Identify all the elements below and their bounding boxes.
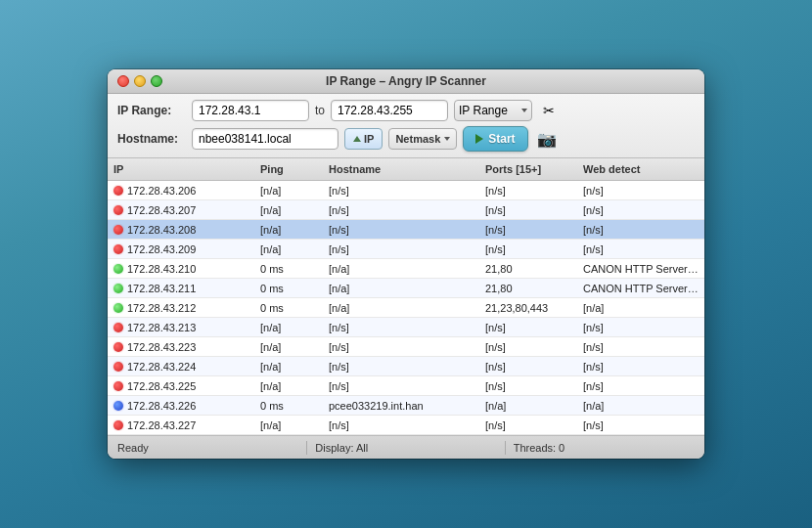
- cell-ports: [n/s]: [479, 185, 577, 197]
- table-row[interactable]: 172.28.43.208 [n/a] [n/s] [n/s] [n/s]: [108, 220, 704, 240]
- cell-web: [n/a]: [577, 302, 704, 314]
- play-icon: [475, 134, 483, 144]
- camera-button[interactable]: 📷: [534, 126, 560, 152]
- netmask-arrow-icon: [444, 137, 450, 141]
- table-row[interactable]: 172.28.43.207 [n/a] [n/s] [n/s] [n/s]: [108, 200, 704, 220]
- ip-from-input[interactable]: [192, 100, 309, 121]
- start-button[interactable]: Start: [463, 126, 527, 152]
- status-dot: [113, 303, 123, 313]
- col-header-ip: IP: [108, 161, 254, 177]
- hostname-label: Hostname:: [117, 132, 186, 146]
- col-header-ports: Ports [15+]: [479, 161, 577, 177]
- cell-ports: [n/s]: [479, 361, 577, 373]
- ip-value: 172.28.43.208: [127, 224, 196, 236]
- dropdown-arrow-icon: [521, 109, 527, 112]
- col-header-ping: Ping: [254, 161, 323, 177]
- table-row[interactable]: 172.28.43.210 0 ms [n/a] 21,80 CANON HTT…: [108, 259, 704, 279]
- status-dot: [113, 225, 123, 235]
- table-row[interactable]: 172.28.43.209 [n/a] [n/s] [n/s] [n/s]: [108, 240, 704, 259]
- table-row[interactable]: 172.28.43.226 0 ms pcee033219.int.han [n…: [108, 396, 704, 416]
- cell-web: CANON HTTP Server Ver2.2: [577, 283, 704, 294]
- cell-web: [n/s]: [577, 224, 704, 236]
- status-divider-1: [306, 441, 307, 455]
- ip-button-label: IP: [364, 133, 374, 145]
- status-dot: [113, 401, 123, 411]
- cell-ip: 172.28.43.207: [108, 204, 254, 216]
- cell-ip: 172.28.43.223: [108, 341, 254, 353]
- cell-ip: 172.28.43.210: [108, 263, 254, 275]
- ip-to-input[interactable]: [331, 100, 448, 121]
- cell-ip: 172.28.43.227: [108, 419, 254, 431]
- table-row[interactable]: 172.28.43.212 0 ms [n/a] 21,23,80,443 [n…: [108, 298, 704, 318]
- cell-ports: 21,80: [479, 263, 577, 275]
- table-header: IP Ping Hostname Ports [15+] Web detect: [108, 158, 704, 181]
- ip-value: 172.28.43.207: [127, 204, 196, 216]
- cell-ip: 172.28.43.209: [108, 243, 254, 255]
- cell-web: [n/s]: [577, 243, 704, 255]
- status-dot: [113, 284, 123, 293]
- ip-value: 172.28.43.206: [127, 185, 196, 197]
- cell-hostname: [n/s]: [323, 419, 479, 431]
- cell-ping: [n/a]: [254, 185, 323, 197]
- maximize-button[interactable]: [151, 75, 162, 87]
- ip-value: 172.28.43.227: [127, 419, 196, 431]
- minimize-button[interactable]: [134, 75, 146, 87]
- cell-ping: 0 ms: [254, 400, 323, 412]
- toolbar-row-ip: IP Range: to IP Range ✂: [117, 100, 695, 121]
- cell-web: [n/s]: [577, 361, 704, 373]
- window-title: IP Range – Angry IP Scanner: [326, 74, 486, 88]
- tools-button[interactable]: ✂: [538, 100, 560, 121]
- ip-value: 172.28.43.224: [127, 361, 196, 373]
- cell-ip: 172.28.43.211: [108, 283, 254, 294]
- ip-value: 172.28.43.225: [127, 380, 196, 392]
- ip-value: 172.28.43.209: [127, 243, 196, 255]
- tools-icon: ✂: [543, 103, 555, 118]
- ip-value: 172.28.43.213: [127, 322, 196, 333]
- start-label: Start: [488, 132, 515, 146]
- cell-web: [n/s]: [577, 419, 704, 431]
- ip-range-label: IP Range:: [117, 104, 186, 117]
- table-row[interactable]: 172.28.43.206 [n/a] [n/s] [n/s] [n/s]: [108, 181, 704, 200]
- cell-hostname: [n/s]: [323, 185, 479, 197]
- cell-web: [n/s]: [577, 204, 704, 216]
- status-dot: [113, 381, 123, 391]
- table-row[interactable]: 172.28.43.224 [n/a] [n/s] [n/s] [n/s]: [108, 357, 704, 376]
- toolbar: IP Range: to IP Range ✂ Hostname: IP Net…: [108, 94, 704, 158]
- status-dot: [113, 205, 123, 215]
- ip-value: 172.28.43.212: [127, 302, 196, 314]
- status-dot: [113, 186, 123, 196]
- status-dot: [113, 244, 123, 254]
- hostname-input[interactable]: [192, 128, 338, 150]
- cell-hostname: [n/s]: [323, 322, 479, 333]
- cell-hostname: [n/s]: [323, 243, 479, 255]
- table-row[interactable]: 172.28.43.223 [n/a] [n/s] [n/s] [n/s]: [108, 337, 704, 357]
- close-button[interactable]: [117, 75, 129, 87]
- table-row[interactable]: 172.28.43.211 0 ms [n/a] 21,80 CANON HTT…: [108, 279, 704, 298]
- cell-ports: [n/s]: [479, 224, 577, 236]
- cell-ping: [n/a]: [254, 341, 323, 353]
- table-row[interactable]: 172.28.43.213 [n/a] [n/s] [n/s] [n/s]: [108, 318, 704, 337]
- cell-hostname: pcee033219.int.han: [323, 400, 479, 412]
- traffic-lights: [117, 75, 162, 87]
- cell-ping: [n/a]: [254, 243, 323, 255]
- ip-value: 172.28.43.211: [127, 283, 196, 294]
- cell-ports: [n/s]: [479, 243, 577, 255]
- table-row[interactable]: 172.28.43.227 [n/a] [n/s] [n/s] [n/s]: [108, 416, 704, 435]
- cell-ports: [n/s]: [479, 341, 577, 353]
- table-row[interactable]: 172.28.43.225 [n/a] [n/s] [n/s] [n/s]: [108, 376, 704, 396]
- cell-hostname: [n/s]: [323, 380, 479, 392]
- ip-lookup-button[interactable]: IP: [344, 128, 383, 150]
- ip-value: 172.28.43.226: [127, 400, 196, 412]
- scan-type-dropdown[interactable]: IP Range: [454, 100, 532, 121]
- status-dot: [113, 323, 123, 332]
- to-label: to: [315, 104, 325, 117]
- status-divider-2: [505, 441, 506, 455]
- cell-web: [n/s]: [577, 380, 704, 392]
- cell-ip: 172.28.43.206: [108, 185, 254, 197]
- cell-ports: 21,80: [479, 283, 577, 294]
- status-dot: [113, 362, 123, 372]
- cell-ping: [n/a]: [254, 380, 323, 392]
- cell-hostname: [n/s]: [323, 361, 479, 373]
- netmask-button[interactable]: Netmask: [388, 128, 457, 150]
- cell-web: [n/s]: [577, 322, 704, 333]
